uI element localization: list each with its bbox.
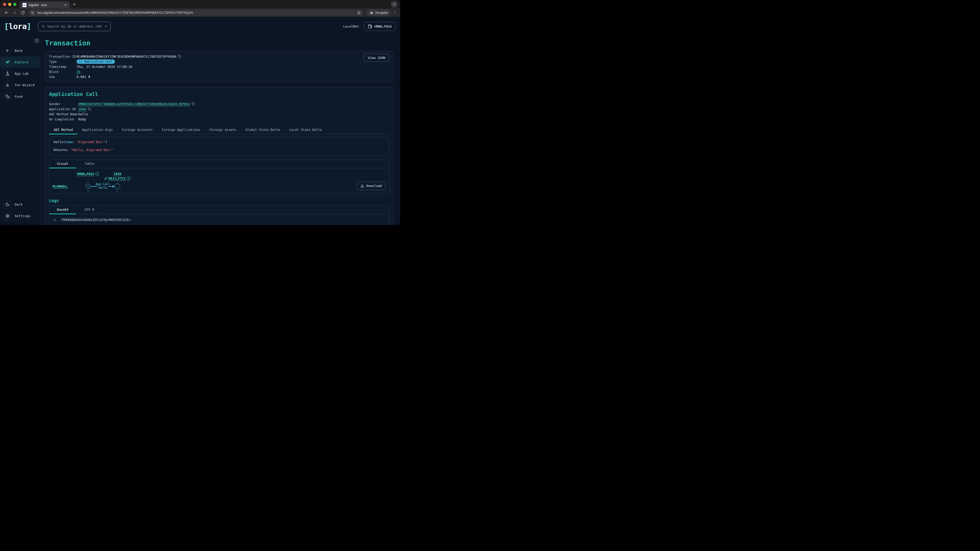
tab-application-args[interactable]: Application Args	[77, 126, 117, 134]
main-content: Transaction Transaction ID MLAMKB4ANXZ5N…	[42, 36, 400, 225]
graph-group-link[interactable]: O6JJ…F7CI	[108, 176, 126, 180]
copy-icon[interactable]	[178, 55, 181, 58]
sidebar-item-app-lab[interactable]: App Lab	[0, 68, 42, 79]
sidebar-item-txn-wizard[interactable]: Txn Wizard	[0, 79, 42, 91]
clear-search-icon[interactable]	[104, 25, 107, 28]
tab-title: AlgoKit - lora	[29, 3, 61, 7]
browser-tab[interactable]: [ak] AlgoKit - lora	[20, 2, 70, 8]
search-box[interactable]	[38, 22, 111, 31]
tab-close-icon[interactable]	[63, 3, 67, 7]
arrow-left-icon	[3, 46, 12, 55]
sidebar-item-label: Back	[14, 49, 22, 52]
telescope-icon	[3, 58, 12, 66]
download-button[interactable]: Download	[356, 182, 386, 190]
moon-icon	[3, 200, 12, 209]
tab-abi-method[interactable]: ABI Method	[49, 126, 77, 134]
collapse-sidebar-icon[interactable]	[34, 38, 40, 43]
edge-label-method: hello	[96, 186, 110, 189]
bookmark-star-icon[interactable]	[357, 11, 361, 14]
sidebar: Back Explore App Lab	[0, 36, 42, 225]
gear-icon	[3, 212, 12, 220]
transaction-type-badge: ()Application Call	[76, 59, 115, 64]
sender-link[interactable]: HMWDSHQCOPD2T36WBAHLAZ6PO5GDJJZBN4D2TODK…	[78, 102, 190, 106]
lora-logo[interactable]: [lora]	[4, 22, 31, 31]
graph-sender-link[interactable]: HMWD…PQSA	[77, 172, 94, 176]
wallet-button[interactable]: HMWD…PQSA	[364, 22, 396, 31]
graph-txn-link[interactable]: MLAMKB4…	[52, 184, 68, 188]
sidebar-item-theme-dark[interactable]: Dark	[0, 199, 42, 210]
application-id-link[interactable]: 1048	[78, 107, 86, 111]
sidebar-item-fund[interactable]: Fund	[0, 91, 42, 102]
app-header: [lora] LocalNet HMWD…PQSA	[0, 17, 400, 36]
minimize-window-button[interactable]	[8, 3, 11, 6]
tab-utf8[interactable]: UTF-8	[76, 206, 103, 214]
close-window-button[interactable]	[3, 3, 6, 6]
abi-call-line: hello(name: "Algorand Dev!")	[54, 140, 385, 144]
logs-tabs: Base64 UTF-8	[49, 206, 389, 214]
field-label: On Completion	[49, 118, 78, 121]
sidebar-item-label: Fund	[14, 95, 22, 98]
sidebar-item-back[interactable]: Back	[0, 45, 42, 56]
url-text: lora.algokit.io/localnet/transaction/MLA…	[37, 11, 355, 14]
on-completion-value: NoOp	[78, 118, 86, 121]
timestamp-value: Thu, 17 October 2024 17:06:16	[76, 65, 132, 68]
browser-menu-icon[interactable]	[393, 11, 397, 14]
log-index: 1.	[54, 218, 58, 222]
tab-visual[interactable]: Visual	[49, 160, 76, 168]
tab-search-chevron-down-icon[interactable]	[391, 1, 398, 8]
reload-icon[interactable]	[19, 10, 26, 16]
tab-foreign-assets[interactable]: Foreign Assets	[205, 126, 241, 134]
view-json-button[interactable]: View JSON	[363, 54, 390, 62]
tab-foreign-accounts[interactable]: Foreign Accounts	[118, 126, 157, 134]
logo-bracket-right: ]	[27, 22, 31, 31]
wallet-icon	[368, 24, 372, 29]
tab-base64[interactable]: Base64	[49, 206, 76, 214]
sidebar-item-label: Settings	[14, 214, 30, 218]
application-id-row: Application ID 1048	[49, 106, 390, 111]
sidebar-item-label: Explore	[14, 60, 29, 64]
forward-icon[interactable]	[11, 10, 18, 16]
flask-icon	[3, 69, 12, 78]
network-selector[interactable]: LocalNet	[343, 24, 360, 28]
abi-method-name-row: ABI Method Name hello	[49, 111, 390, 117]
sidebar-item-explore[interactable]: Explore	[0, 56, 40, 68]
timestamp-row: Timestamp Thu, 17 October 2024 17:06:16	[49, 64, 390, 69]
site-settings-icon[interactable]	[30, 10, 35, 16]
graph-edge-label: App Call hello	[96, 183, 110, 189]
maximize-window-button[interactable]	[13, 3, 16, 6]
address-bar[interactable]: lora.algokit.io/localnet/transaction/MLA…	[29, 10, 363, 16]
tab-global-state-delta[interactable]: Global State Delta	[241, 126, 285, 134]
appcall-tabs: ABI Method Application Args Foreign Acco…	[49, 126, 390, 135]
field-label: Timestamp	[49, 65, 76, 68]
graph-sender-badge: 1	[95, 172, 99, 176]
sidebar-item-label: Txn Wizard	[14, 83, 35, 87]
graph-target-node	[115, 184, 120, 189]
back-icon[interactable]	[3, 10, 10, 16]
on-completion-row: On Completion NoOp	[49, 117, 390, 122]
sidebar-item-settings[interactable]: Settings	[0, 210, 42, 221]
copy-icon[interactable]	[88, 107, 91, 110]
graph-app-column: 1048	[114, 172, 121, 176]
abi-arg-value: "Algorand Dev!"	[76, 140, 105, 144]
favicon: [ak]	[22, 3, 27, 7]
graph-sender-column: HMWD…PQSA 1	[77, 172, 99, 176]
tab-foreign-applications[interactable]: Foreign Applications	[157, 126, 205, 134]
incognito-label: Incognito	[375, 11, 388, 14]
field-label: Application ID	[49, 107, 78, 111]
window-controls	[0, 3, 20, 6]
logo-bracket-left: [	[4, 22, 9, 31]
transaction-graph: HMWD…PQSA 1 1048 O6JJ…F7CI	[49, 168, 389, 193]
sidebar-item-label: Dark	[14, 203, 22, 206]
copy-icon[interactable]	[192, 102, 195, 105]
tab-local-state-delta[interactable]: Local State Delta	[285, 126, 326, 134]
incognito-icon	[369, 11, 374, 15]
block-link[interactable]: 35	[76, 70, 80, 74]
logs-title: Logs	[49, 198, 390, 203]
new-tab-button[interactable]	[73, 3, 76, 6]
search-input[interactable]	[47, 24, 102, 28]
tab-table[interactable]: Table	[76, 160, 103, 168]
field-label: Type	[49, 60, 76, 64]
field-label: Transaction ID	[49, 55, 76, 59]
search-icon	[41, 24, 45, 28]
graph-app-id-link[interactable]: 1048	[114, 172, 121, 176]
